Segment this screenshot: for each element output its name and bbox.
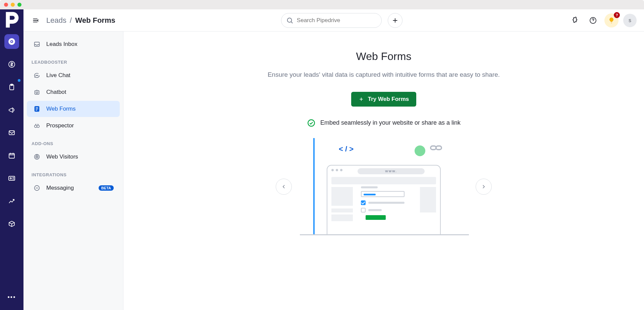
help-circle-icon bbox=[589, 16, 597, 24]
sidebar-item-label: Leads Inbox bbox=[46, 41, 77, 48]
svg-point-13 bbox=[36, 75, 36, 75]
feature-line: Embed seamlessly in your website or shar… bbox=[307, 119, 461, 127]
sidebar-item-messaging[interactable]: Messaging BETA bbox=[27, 180, 120, 196]
sidebar-item-label: Live Chat bbox=[46, 72, 70, 79]
binoculars-icon bbox=[33, 122, 41, 130]
nav-leads[interactable] bbox=[4, 34, 19, 49]
svg-rect-8 bbox=[9, 176, 15, 180]
nav-more[interactable]: ••• bbox=[4, 290, 19, 305]
illus-header bbox=[331, 177, 436, 184]
sidebar-item-chatbot[interactable]: Chatbot bbox=[27, 84, 120, 100]
feature-illustration: < / > WWW. bbox=[310, 138, 458, 235]
sidebar-item-leads-inbox[interactable]: Leads Inbox bbox=[27, 36, 120, 52]
nav-products[interactable] bbox=[4, 216, 19, 231]
sidebar-item-web-forms[interactable]: Web Forms bbox=[27, 101, 120, 117]
sidebar-section-leadbooster: LEADBOOSTER bbox=[23, 53, 123, 67]
sidebar-collapse-button[interactable] bbox=[31, 16, 40, 25]
search-input[interactable] bbox=[297, 17, 381, 24]
bulb-icon bbox=[608, 17, 615, 24]
illus-left-block2 bbox=[331, 208, 353, 212]
sidebar-item-label: Messaging bbox=[46, 185, 74, 191]
svg-point-17 bbox=[36, 92, 37, 92]
illus-right-block bbox=[420, 187, 436, 212]
nav-insights[interactable] bbox=[4, 194, 19, 208]
chart-line-icon bbox=[8, 197, 16, 205]
carousel-next-button[interactable] bbox=[476, 179, 492, 195]
chevron-right-icon bbox=[481, 184, 487, 190]
try-web-forms-button[interactable]: Try Web Forms bbox=[351, 92, 417, 107]
quick-add-button[interactable] bbox=[388, 13, 402, 28]
cta-label: Try Web Forms bbox=[368, 96, 409, 103]
svg-point-9 bbox=[10, 178, 11, 179]
sidebar-section-addons: ADD-ONS bbox=[23, 134, 123, 148]
svg-rect-28 bbox=[436, 146, 441, 149]
message-icon bbox=[33, 184, 41, 192]
breadcrumb-parent[interactable]: Leads bbox=[46, 16, 66, 24]
app-logo[interactable] bbox=[0, 9, 23, 30]
sidebar-item-live-chat[interactable]: Live Chat bbox=[27, 67, 120, 83]
breadcrumb-separator: / bbox=[70, 16, 72, 24]
form-icon bbox=[33, 105, 41, 113]
help-button[interactable] bbox=[586, 14, 600, 27]
nav-activities[interactable] bbox=[4, 80, 19, 95]
feature-carousel: < / > WWW. bbox=[276, 138, 492, 235]
plus-icon bbox=[359, 97, 364, 102]
illus-bar bbox=[313, 138, 315, 235]
avatar-initial: s bbox=[629, 17, 631, 23]
radar-icon bbox=[33, 153, 41, 161]
svg-point-24 bbox=[37, 157, 37, 157]
sidebar-item-web-visitors[interactable]: Web Visitors bbox=[27, 149, 120, 165]
sidebar-item-label: Web Visitors bbox=[46, 153, 78, 160]
topbar-right: ? s bbox=[568, 13, 637, 27]
nav-campaigns[interactable] bbox=[4, 103, 19, 117]
illus-browser-dots bbox=[331, 169, 342, 171]
plus-icon bbox=[391, 17, 399, 24]
body: Leads Inbox LEADBOOSTER Live Chat Chatbo… bbox=[23, 32, 644, 310]
more-dots-icon: ••• bbox=[8, 294, 16, 301]
chat-icon bbox=[33, 71, 41, 79]
nav-contacts[interactable] bbox=[4, 171, 19, 186]
sidebar-item-label: Prospector bbox=[46, 122, 74, 129]
nav-indicator-dot bbox=[18, 79, 20, 82]
illus-left-block3 bbox=[331, 214, 353, 221]
window-chrome bbox=[0, 0, 644, 9]
megaphone-icon bbox=[8, 106, 16, 114]
topbar-center bbox=[121, 13, 562, 28]
bot-icon bbox=[33, 88, 41, 96]
nav-mail[interactable] bbox=[4, 125, 19, 140]
window-close-dot[interactable] bbox=[4, 3, 8, 7]
illus-browser: WWW. bbox=[327, 165, 441, 235]
nav-deals[interactable] bbox=[4, 57, 19, 72]
main-column: Leads / Web Forms bbox=[23, 9, 644, 310]
puzzle-icon bbox=[571, 16, 579, 24]
illus-green-dot bbox=[415, 145, 425, 156]
window-maximize-dot[interactable] bbox=[17, 3, 21, 7]
illus-url-bar: WWW. bbox=[358, 168, 425, 174]
svg-rect-27 bbox=[431, 146, 436, 149]
svg-rect-6 bbox=[9, 131, 14, 135]
mail-icon bbox=[8, 129, 16, 137]
svg-point-10 bbox=[287, 18, 292, 22]
sidebar-item-prospector[interactable]: Prospector bbox=[27, 118, 120, 134]
app-root: ••• Leads / Web Forms bbox=[0, 9, 644, 310]
svg-point-15 bbox=[38, 75, 38, 75]
marketplace-button[interactable] bbox=[568, 14, 582, 27]
svg-point-20 bbox=[35, 125, 37, 127]
svg-point-18 bbox=[37, 92, 38, 92]
search-bar[interactable] bbox=[281, 13, 382, 28]
inbox-icon bbox=[33, 40, 41, 48]
illus-left-block bbox=[331, 187, 353, 206]
svg-rect-12 bbox=[35, 42, 40, 47]
sidebar-section-integrations: INTEGRATIONS bbox=[23, 166, 123, 179]
chevron-left-icon bbox=[281, 184, 287, 190]
window-minimize-dot[interactable] bbox=[11, 3, 15, 7]
link-icon bbox=[430, 144, 442, 153]
sales-assistant-button[interactable]: ? bbox=[604, 13, 619, 27]
pipedrive-logo-icon bbox=[0, 8, 23, 32]
carousel-prev-button[interactable] bbox=[276, 179, 292, 195]
id-card-icon bbox=[8, 174, 16, 182]
nav-calendar[interactable] bbox=[4, 148, 19, 163]
page-title: Web Forms bbox=[356, 50, 412, 63]
user-avatar[interactable]: s bbox=[623, 14, 637, 27]
svg-rect-16 bbox=[35, 90, 39, 94]
